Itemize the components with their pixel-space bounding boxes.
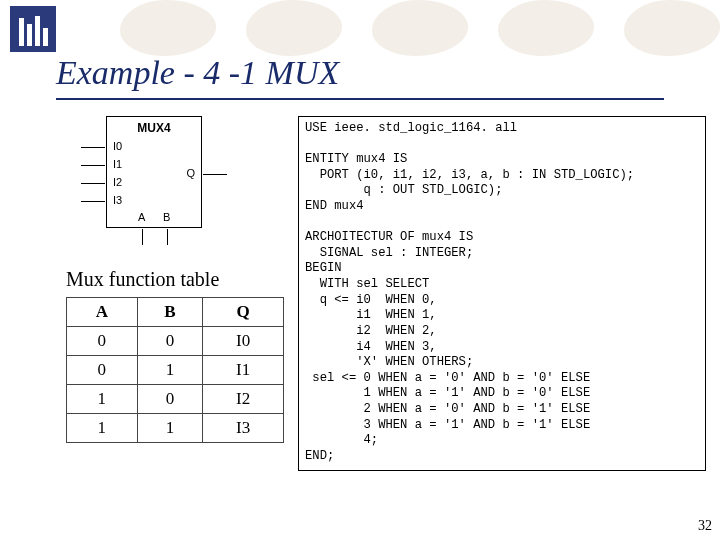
slide-title: Example - 4 -1 MUX <box>56 54 339 92</box>
code-line: 1 WHEN a = '1' AND b = '0' ELSE <box>305 386 590 400</box>
table-row: 00I0 <box>67 327 284 356</box>
code-line: END mux4 <box>305 199 364 213</box>
code-line: WITH sel SELECT <box>305 277 429 291</box>
code-line: i4 WHEN 3, <box>305 340 437 354</box>
code-line: SIGNAL sel : INTEGER; <box>305 246 473 260</box>
pin-i3: I3 <box>113 194 122 206</box>
code-line: PORT (i0, i1, i2, i3, a, b : IN STD_LOGI… <box>305 168 634 182</box>
code-line: q : OUT STD_LOGIC); <box>305 183 502 197</box>
title-underline <box>56 98 664 100</box>
page-number: 32 <box>698 518 712 534</box>
left-column: MUX4 I0 I1 I2 I3 Q A B Mux function tabl… <box>66 116 286 443</box>
pin-b: B <box>163 211 170 223</box>
code-line: 2 WHEN a = '0' AND b = '1' ELSE <box>305 402 590 416</box>
code-line: USE ieee. std_logic_1164. all <box>305 121 517 135</box>
code-line: i1 WHEN 1, <box>305 308 437 322</box>
table-row: 01I1 <box>67 356 284 385</box>
code-line: 4; <box>305 433 378 447</box>
th-a: A <box>67 298 138 327</box>
pin-i2: I2 <box>113 176 122 188</box>
code-line: 3 WHEN a = '1' AND b = '1' ELSE <box>305 418 590 432</box>
code-line: BEGIN <box>305 261 342 275</box>
vhdl-code: USE ieee. std_logic_1164. all ENTITY mux… <box>298 116 706 471</box>
pin-q: Q <box>186 167 195 179</box>
th-q: Q <box>203 298 284 327</box>
mux-diagram: MUX4 I0 I1 I2 I3 Q A B <box>106 116 202 228</box>
pin-i0: I0 <box>113 140 122 152</box>
table-row: 10I2 <box>67 385 284 414</box>
code-line: END; <box>305 449 334 463</box>
background-decor <box>0 0 720 60</box>
table-header-row: A B Q <box>67 298 284 327</box>
pin-i1: I1 <box>113 158 122 170</box>
code-line: i2 WHEN 2, <box>305 324 437 338</box>
code-line: ENTITY mux4 IS <box>305 152 407 166</box>
code-line: q <= i0 WHEN 0, <box>305 293 437 307</box>
mux-name: MUX4 <box>107 121 201 135</box>
pin-a: A <box>138 211 145 223</box>
truth-table: A B Q 00I0 01I1 10I2 11I3 <box>66 297 284 443</box>
logo-icon <box>10 6 56 52</box>
table-caption: Mux function table <box>66 268 286 291</box>
th-b: B <box>137 298 203 327</box>
code-line: 'X' WHEN OTHERS; <box>305 355 473 369</box>
code-line: sel <= 0 WHEN a = '0' AND b = '0' ELSE <box>305 371 590 385</box>
code-line: ARCHOITECTUR OF mux4 IS <box>305 230 473 244</box>
table-row: 11I3 <box>67 414 284 443</box>
